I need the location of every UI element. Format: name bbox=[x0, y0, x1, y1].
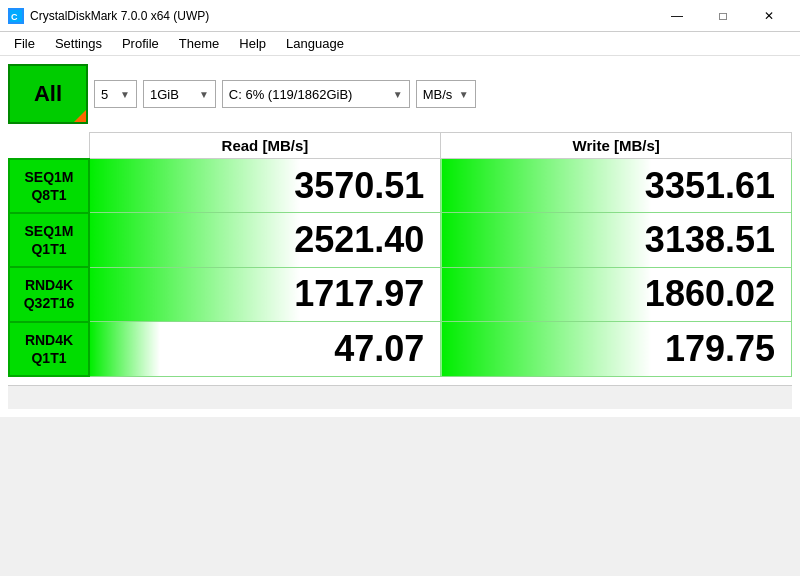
row-label-3: RND4KQ1T1 bbox=[9, 322, 89, 376]
svg-text:C: C bbox=[11, 12, 18, 22]
title-bar-left: C CrystalDiskMark 7.0.0 x64 (UWP) bbox=[8, 8, 209, 24]
menu-file[interactable]: File bbox=[4, 32, 45, 55]
main-content: All 1 3 5 10 ▼ 512MiB 1GiB 2GiB 4GiB ▼ bbox=[0, 56, 800, 417]
header-label bbox=[9, 133, 89, 159]
unit-dropdown[interactable]: MB/s GB/s IOPS μs ▼ bbox=[416, 80, 476, 108]
table-row: SEQ1MQ8T13570.513351.61 bbox=[9, 159, 792, 213]
menu-settings[interactable]: Settings bbox=[45, 32, 112, 55]
minimize-button[interactable]: — bbox=[654, 0, 700, 32]
write-value-0: 3351.61 bbox=[441, 159, 792, 213]
menu-bar: File Settings Profile Theme Help Languag… bbox=[0, 32, 800, 56]
drive-dropdown[interactable]: C: 6% (119/1862GiB) ▼ bbox=[222, 80, 410, 108]
menu-profile[interactable]: Profile bbox=[112, 32, 169, 55]
all-button[interactable]: All bbox=[8, 64, 88, 124]
write-value-2: 1860.02 bbox=[441, 267, 792, 321]
unit-dropdown-arrow: ▼ bbox=[459, 89, 469, 100]
title-bar-controls: — □ ✕ bbox=[654, 0, 792, 32]
toolbar: All 1 3 5 10 ▼ 512MiB 1GiB 2GiB 4GiB ▼ bbox=[8, 64, 792, 124]
drive-dropdown-arrow: ▼ bbox=[393, 89, 403, 100]
table-row: SEQ1MQ1T12521.403138.51 bbox=[9, 213, 792, 267]
header-write: Write [MB/s] bbox=[441, 133, 792, 159]
menu-help[interactable]: Help bbox=[229, 32, 276, 55]
table-row: RND4KQ1T147.07179.75 bbox=[9, 322, 792, 376]
size-select[interactable]: 512MiB 1GiB 2GiB 4GiB bbox=[150, 87, 195, 102]
maximize-button[interactable]: □ bbox=[700, 0, 746, 32]
row-label-2: RND4KQ32T16 bbox=[9, 267, 89, 321]
read-value-3: 47.07 bbox=[89, 322, 441, 376]
app-title: CrystalDiskMark 7.0.0 x64 (UWP) bbox=[30, 9, 209, 23]
title-bar: C CrystalDiskMark 7.0.0 x64 (UWP) — □ ✕ bbox=[0, 0, 800, 32]
app-icon: C bbox=[8, 8, 24, 24]
size-dropdown-arrow: ▼ bbox=[199, 89, 209, 100]
header-read: Read [MB/s] bbox=[89, 133, 441, 159]
results-table: Read [MB/s] Write [MB/s] SEQ1MQ8T13570.5… bbox=[8, 132, 792, 377]
unit-select[interactable]: MB/s GB/s IOPS μs bbox=[423, 87, 455, 102]
close-button[interactable]: ✕ bbox=[746, 0, 792, 32]
count-dropdown[interactable]: 1 3 5 10 ▼ bbox=[94, 80, 137, 108]
table-header-row: Read [MB/s] Write [MB/s] bbox=[9, 133, 792, 159]
table-row: RND4KQ32T161717.971860.02 bbox=[9, 267, 792, 321]
count-dropdown-arrow: ▼ bbox=[120, 89, 130, 100]
drive-select[interactable]: C: 6% (119/1862GiB) bbox=[229, 87, 389, 102]
read-value-2: 1717.97 bbox=[89, 267, 441, 321]
write-value-3: 179.75 bbox=[441, 322, 792, 376]
read-value-1: 2521.40 bbox=[89, 213, 441, 267]
menu-language[interactable]: Language bbox=[276, 32, 354, 55]
read-value-0: 3570.51 bbox=[89, 159, 441, 213]
count-select[interactable]: 1 3 5 10 bbox=[101, 87, 116, 102]
row-label-1: SEQ1MQ1T1 bbox=[9, 213, 89, 267]
write-value-1: 3138.51 bbox=[441, 213, 792, 267]
size-dropdown[interactable]: 512MiB 1GiB 2GiB 4GiB ▼ bbox=[143, 80, 216, 108]
row-label-0: SEQ1MQ8T1 bbox=[9, 159, 89, 213]
menu-theme[interactable]: Theme bbox=[169, 32, 229, 55]
status-bar bbox=[8, 385, 792, 409]
